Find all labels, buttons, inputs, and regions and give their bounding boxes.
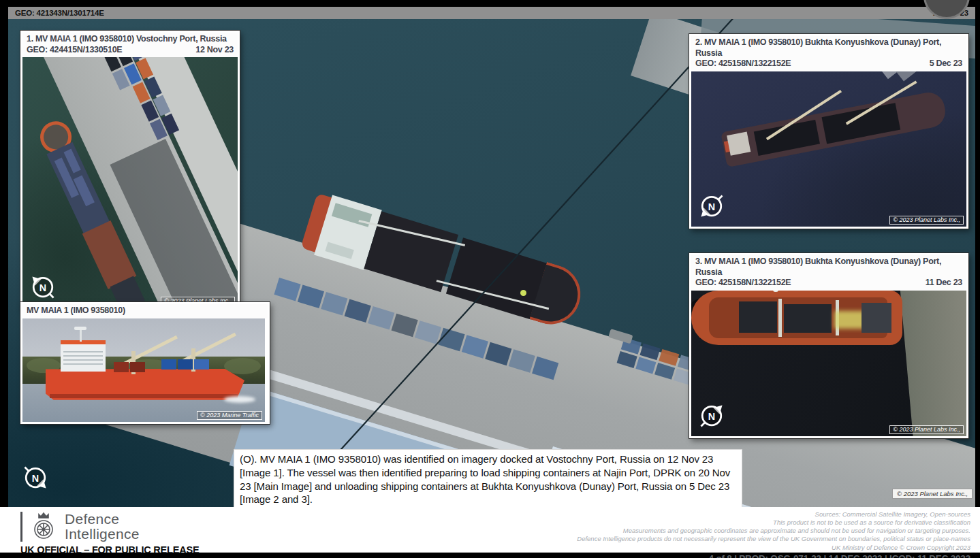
footer-right: Sources: Commercial Satellite Imagery, O… — [577, 510, 970, 558]
inset3-attribution: © 2023 Planet Labs Inc., — [889, 425, 964, 434]
defence-intelligence-logo: Defence Intelligence — [20, 511, 199, 542]
inset-image-1: 1. MV MAIA 1 (IMO 9358010) Vostochny Por… — [20, 31, 240, 310]
radar — [74, 327, 86, 330]
north-arrow-icon: N — [20, 463, 50, 493]
inset3-title: 3. MV MAIA 1 (IMO 9358010) Bukhta Konyus… — [695, 257, 962, 278]
vessel-photo: © 2023 Marine Traffic — [22, 318, 265, 422]
docked-ship — [691, 325, 902, 379]
inset1-title: 1. MV MAIA 1 (IMO 9358010) Vostochny Por… — [27, 34, 234, 45]
inset1-date: 12 Nov 23 — [195, 45, 234, 56]
org-line2: Intelligence — [65, 527, 140, 542]
top-geo-bar: GEO: 421343N/1301714E 20 Nov 23 — [8, 7, 975, 19]
inset1-header: 1. MV MAIA 1 (IMO 9358010) Vostochny Por… — [22, 33, 238, 57]
funnel-cap — [61, 340, 106, 344]
crest-icon — [29, 511, 59, 542]
inset2-attribution: © 2023 Planet Labs Inc., — [889, 216, 964, 225]
vessel-photo-inset: MV MAIA 1 (IMO 9358010) — [20, 302, 270, 424]
classification-marking: UK OFFICIAL – FOR PUBLIC RELEASE — [20, 544, 199, 555]
crane-marker — [520, 290, 526, 296]
org-name: Defence Intelligence — [65, 512, 140, 542]
org-line1: Defence — [65, 512, 140, 527]
disclaimer-line: Defence Intelligence products do not nec… — [577, 535, 970, 543]
photo-header: MV MAIA 1 (IMO 9358010) — [22, 304, 268, 318]
north-arrow-icon: N — [697, 191, 727, 221]
waterline — [50, 394, 238, 398]
pier — [893, 71, 966, 81]
main-geo-coordinates: GEO: 421343N/1301714E — [15, 9, 104, 17]
deck-cargo — [784, 304, 832, 333]
inset3-header: 3. MV MAIA 1 (IMO 9358010) Bukhta Konyus… — [691, 255, 966, 291]
north-arrow-icon: N — [697, 401, 727, 431]
svg-text:N: N — [32, 473, 39, 484]
ship-superstructure — [862, 303, 891, 333]
inset3-geo: GEO: 425158N/1322152E — [695, 278, 791, 289]
inset1-satellite-image: N © 2023 Planet Labs Inc., — [22, 57, 238, 308]
svg-text:N: N — [708, 410, 715, 421]
svg-text:N: N — [708, 201, 715, 212]
inset-image-3: 3. MV MAIA 1 (IMO 9358010) Bukhta Konyus… — [689, 253, 968, 438]
inset-image-2: 2. MV MAIA 1 (IMO 9358010) Bukhta Konyus… — [689, 34, 968, 229]
svg-text:N: N — [39, 282, 46, 293]
windows — [63, 348, 103, 367]
main-attribution: © 2023 Planet Labs Inc., — [892, 489, 973, 499]
inset2-title: 2. MV MAIA 1 (IMO 9358010) Bukhta Konyus… — [695, 37, 962, 59]
logo-divider — [20, 512, 22, 542]
disclaimer-text: Sources: Commercial Satellite Imagery, O… — [577, 510, 970, 552]
disclaimer-line: Measurements and geographic coordinates … — [577, 527, 970, 535]
disclaimer-line: UK Ministry of Defence © Crown Copyright… — [577, 544, 970, 552]
inset2-date: 5 Dec 23 — [930, 59, 962, 69]
inset2-satellite-image: N © 2023 Planet Labs Inc., — [691, 71, 966, 227]
mast — [80, 329, 82, 342]
shore — [900, 291, 966, 436]
disclaimer-line: This product is not to be used as a sour… — [577, 519, 970, 527]
north-arrow-icon: N — [28, 272, 58, 302]
deck-containers — [161, 359, 209, 370]
footer: Defence Intelligence UK OFFICIAL – FOR P… — [0, 507, 980, 553]
inset3-satellite-image: N © 2023 Planet Labs Inc., — [691, 291, 966, 436]
wake — [224, 396, 255, 403]
inset3-date: 11 Dec 23 — [926, 278, 962, 289]
analysis-caption: (O). MV MAIA 1 (IMO 9358010) was identif… — [234, 449, 742, 510]
crane-post — [778, 299, 782, 337]
intelligence-slide: GEO: 421343N/1301714E 20 Nov 23 — [8, 7, 975, 553]
photo-attribution: © 2023 Marine Traffic — [197, 411, 262, 420]
photo-title: MV MAIA 1 (IMO 9358010) — [27, 306, 264, 316]
inset2-geo: GEO: 425158N/1322152E — [695, 59, 791, 69]
docked-ship — [720, 86, 949, 170]
inset1-geo: GEO: 424415N/1330510E — [27, 45, 122, 56]
product-reference: 4 of 8 | PROD: OSG-071-23 | 14 DEC 2023 … — [577, 553, 970, 558]
deck-cargo — [739, 301, 777, 333]
footer-left: Defence Intelligence UK OFFICIAL – FOR P… — [20, 511, 199, 555]
inset2-header: 2. MV MAIA 1 (IMO 9358010) Bukhta Konyus… — [691, 36, 966, 71]
ship-superstructure — [727, 131, 750, 155]
disclaimer-line: Sources: Commercial Satellite Imagery, O… — [577, 510, 970, 519]
deck-containers — [114, 362, 145, 372]
